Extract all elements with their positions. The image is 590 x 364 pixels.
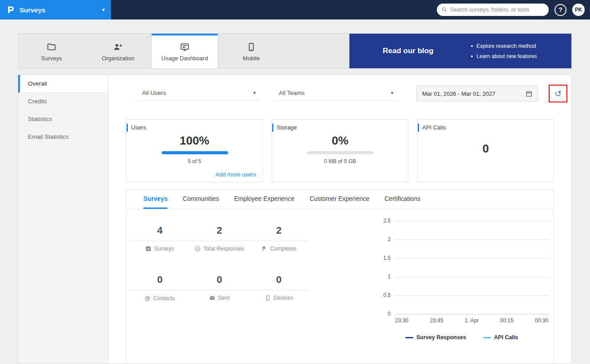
date-range-value: Mar 01, 2026 - Mar 01, 2027 [422,90,495,97]
sidebar-item-overall[interactable]: Overall [18,75,108,93]
blog-bullet-text: Learn about new features [476,53,537,59]
stat-subtitle: 0 MB of 5 GB [272,158,408,164]
content-tab-customer-experience[interactable]: Customer Experience [309,190,369,209]
stat-value: 0% [272,134,408,148]
metric-label: Total Responses [203,246,244,252]
gridline [395,221,548,221]
metric-surveys: 4 Surveys [130,223,190,252]
chevron-down-icon: ▾ [253,90,256,96]
legend-item-survey-responses[interactable]: Survey Responses [405,334,466,341]
tab-surveys[interactable]: Surveys [18,34,85,68]
envelope-icon [209,295,215,301]
users-filter-select[interactable]: All Users ▾ [136,86,260,101]
tab-usage-dashboard[interactable]: Usage Dashboard [151,34,218,68]
flag-icon [261,246,267,252]
metric-contacts: 0 @ Contacts [130,272,190,301]
nav-spacer [285,34,349,68]
topbar: Surveys ▾ ? PK [0,0,590,20]
global-search[interactable] [437,4,549,16]
gridline [395,239,548,240]
legend-item-api-calls[interactable]: API Calls [483,334,518,341]
metric-label: Surveys [154,246,174,252]
metric-label: Completes [270,246,297,252]
app-name: Surveys [20,6,102,14]
reset-filters-button[interactable]: ↺ [550,86,566,101]
x-axis-label: 23:45 [430,317,443,324]
metric-sent: 0 Sent [190,272,249,301]
content-tab-certifications[interactable]: Certifications [384,190,420,209]
app-switcher[interactable]: Surveys ▾ [0,0,111,20]
users-progress-bar [162,151,228,154]
x-axis-label: 00:30 [535,317,548,324]
usage-detail-card: Surveys Communities Employee Experience … [126,189,554,364]
chevron-down-icon: ▾ [391,90,393,96]
storage-progress-bar [307,151,374,154]
legend-swatch [405,337,413,338]
legend-label: API Calls [494,334,518,341]
sidebar-item-statistics[interactable]: Statistics [18,110,108,128]
avatar[interactable]: PK [572,4,585,16]
plot-area [395,221,548,314]
content-tab-surveys[interactable]: Surveys [143,190,167,209]
calendar-icon [526,90,532,97]
dashboard-icon [180,42,190,52]
gridline [395,295,548,296]
metric-value: 0 [130,272,190,290]
tab-organization[interactable]: Organization [85,34,151,68]
metric-label-row: @ Contacts [130,295,190,301]
progress-fill [162,151,228,154]
metric-value: 0 [190,272,249,290]
x-axis-labels: 23:30 23:45 1. Apr 00:15 00:30 [395,317,548,324]
gridline [395,277,548,277]
content-tab-employee-experience[interactable]: Employee Experience [234,190,294,209]
stat-subtitle: 5 of 5 [127,158,262,164]
metric-label-row: Total Responses [190,246,249,252]
help-button[interactable]: ? [554,4,566,16]
metric-completes: 2 Completes [249,223,309,252]
y-axis-label: 1 [371,274,391,280]
y-axis-label: 2 [371,236,391,243]
sidebar: Overall Credits Statistics Email Statist… [18,75,108,364]
metric-label-row: Sent [190,295,249,301]
metric-value: 2 [190,223,249,241]
questionpro-logo-icon [6,5,15,14]
metric-label: Devices [273,295,293,301]
x-axis-label: 00:15 [500,317,514,324]
teams-filter-select[interactable]: All Teams ▾ [273,86,398,101]
x-axis-label: 1. Apr [465,317,479,324]
tab-label: Organization [102,55,135,62]
blog-banner[interactable]: Read our blog Explore research method Le… [349,34,571,68]
metric-devices: 0 Devices [249,272,309,301]
date-range-picker[interactable]: Mar 01, 2026 - Mar 01, 2027 [416,86,538,102]
tab-label: Surveys [41,55,62,62]
sidebar-item-credits[interactable]: Credits [18,93,108,110]
blog-banner-title: Read our blog [383,47,433,55]
card-accent-bar [418,124,419,132]
y-axis-label: 2.5 [371,218,391,224]
device-icon [265,295,271,301]
stat-value: 0 [418,142,554,156]
x-axis-label: 23:30 [395,317,408,324]
blog-bullet: Learn about new features [471,53,537,59]
users-filter-value: All Users [142,90,166,96]
content-tab-communities[interactable]: Communities [182,190,219,209]
add-more-users-link[interactable]: Add more users [215,171,256,178]
tab-mobile[interactable]: Mobile [218,34,285,68]
y-axis-label: 0 [371,311,391,317]
check-circle-icon [194,246,201,252]
organization-icon [113,42,123,52]
search-input[interactable] [450,7,544,13]
tab-label: Mobile [243,55,260,62]
help-icon: ? [558,6,562,13]
metric-label-row: Devices [249,295,309,301]
metric-label-row: Completes [249,246,309,252]
blog-bullet-list: Explore research method Learn about new … [471,43,537,59]
blog-bullet: Explore research method [471,43,537,49]
topbar-right: ? PK [437,4,590,16]
stat-card-row: Users 100% 5 of 5 Add more users Storage… [126,119,554,182]
sidebar-item-email-statistics[interactable]: Email Statistics [18,128,108,146]
tab-label: Usage Dashboard [162,55,208,62]
metric-total-responses: 2 Total Responses [190,223,249,252]
metric-label-row: Surveys [130,246,190,252]
annotation-red-box: ↺ [549,85,567,102]
